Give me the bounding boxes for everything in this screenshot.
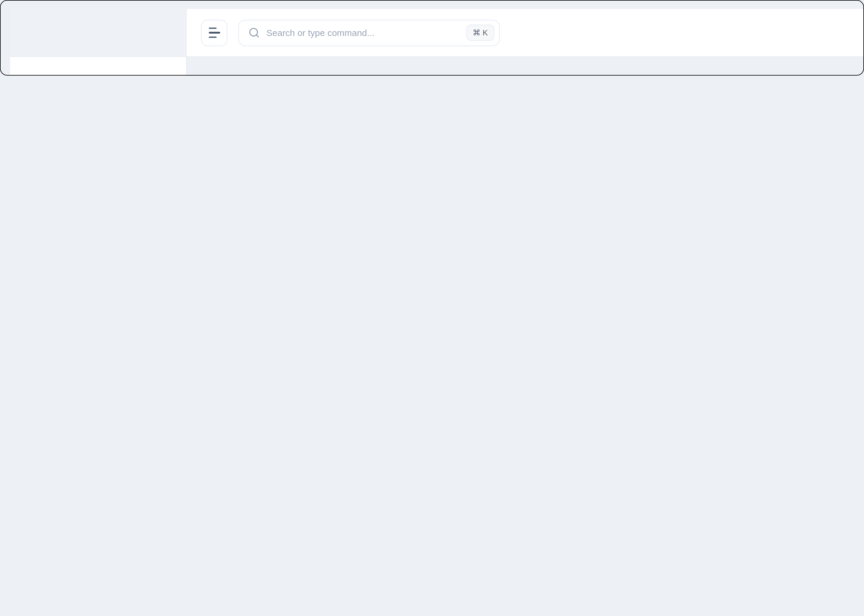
topbar: ⌘ K User xyxy=(187,9,864,57)
dashboard-content: Jo from Operations Deployment Map & Oper… xyxy=(187,57,864,75)
sidebar-nav: COMMAND CENTER Workspace Machine xyxy=(10,57,186,75)
sidebar-header xyxy=(10,9,186,57)
search-box[interactable]: ⌘ K xyxy=(238,19,500,46)
sidebar-toggle-button[interactable] xyxy=(201,19,227,46)
search-input[interactable] xyxy=(266,28,466,38)
keyboard-shortcut-badge: ⌘ K xyxy=(466,25,494,41)
app-window: COMMAND CENTER Workspace Machine xyxy=(0,0,864,75)
sidebar: COMMAND CENTER Workspace Machine xyxy=(10,9,187,75)
sidebar-section-command-center: COMMAND CENTER xyxy=(25,74,172,75)
search-icon xyxy=(249,27,260,38)
main-area: ⌘ K User xyxy=(187,9,864,75)
